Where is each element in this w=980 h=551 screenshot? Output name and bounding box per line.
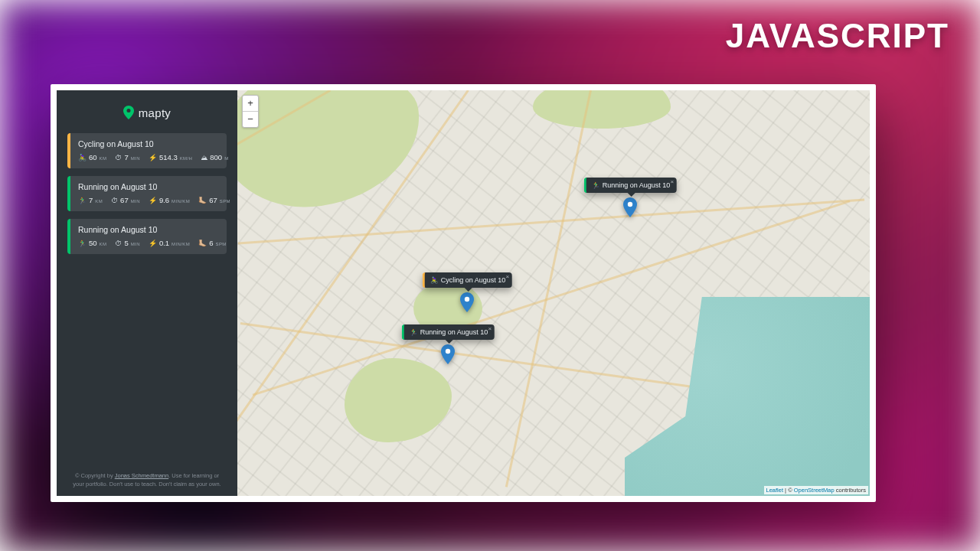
workout-stat: 🏃‍♂️50KM	[78, 239, 106, 247]
stat-value: 9.6	[159, 196, 169, 204]
stat-unit: SPM	[220, 199, 230, 204]
zoom-control: + −	[242, 95, 259, 128]
stat-value: 50	[89, 239, 97, 247]
workout-stats: 🏃‍♂️7KM⏱67MIN⚡️9.6MIN/KM🦶🏼67SPM	[78, 196, 219, 204]
stat-unit: KM	[100, 242, 107, 246]
workout-card[interactable]: Cycling on August 10🚴‍♀️60KM⏱7MIN⚡️514.3…	[67, 133, 227, 168]
map-attribution: Leaflet | © OpenStreetMap contributors	[764, 486, 869, 494]
popup-type-icon: 🏃‍♂️	[592, 181, 600, 189]
workout-stats: 🏃‍♂️50KM⏱5MIN⚡️0.1MIN/KM🦶🏼6SPM	[78, 239, 219, 247]
leaflet-link[interactable]: Leaflet	[766, 487, 784, 494]
workout-stat: ⚡️514.3KM/H	[149, 153, 192, 161]
stat-icon: 🦶🏼	[198, 197, 207, 204]
stat-unit: MIN	[131, 199, 140, 204]
zoom-out-button[interactable]: −	[243, 112, 258, 127]
workout-title: Cycling on August 10	[78, 139, 219, 148]
popup-label: Running on August 10	[420, 328, 488, 336]
workout-stat: 🚴‍♀️60KM	[78, 153, 106, 161]
map-popup[interactable]: ×🏃‍♂️Running on August 10	[402, 324, 495, 340]
stat-unit: KM/H	[180, 156, 193, 161]
stat-icon: ⏱	[111, 197, 118, 204]
stat-icon: ⏱	[115, 155, 122, 161]
footer-author-link[interactable]: Jonas Schmedtmann	[115, 472, 168, 479]
stat-value: 514.3	[159, 153, 178, 161]
map-marker[interactable]	[441, 344, 455, 364]
close-icon[interactable]: ×	[488, 325, 492, 332]
stat-icon: ⏱	[115, 240, 122, 247]
map-marker[interactable]	[623, 197, 637, 217]
stat-unit: KM	[100, 156, 107, 161]
stat-unit: MIN/KM	[172, 242, 190, 246]
attribution-sep: | ©	[783, 487, 794, 494]
svg-point-2	[446, 349, 450, 354]
workout-stat: ⏱67MIN	[111, 196, 140, 204]
copyright-footer: © Copyright by Jonas Schmedtmann. Use fo…	[67, 472, 227, 488]
stat-unit: MIN/KM	[172, 199, 190, 204]
attribution-tail: contributors	[835, 487, 866, 494]
stat-unit: MIN	[131, 242, 140, 246]
stat-value: 7	[124, 153, 128, 161]
map-canvas[interactable]: + − ×🚴‍♀️Cycling on August 10×🏃‍♂️Runnin…	[237, 90, 870, 496]
workout-stat: ⚡️0.1MIN/KM	[149, 239, 190, 247]
logo-icon	[123, 106, 134, 119]
workout-stat: ⛰800M	[201, 153, 228, 161]
workout-stat: ⚡️9.6MIN/KM	[149, 196, 190, 204]
stat-value: 67	[209, 196, 217, 204]
osm-link[interactable]: OpenStreetMap	[794, 487, 835, 494]
stat-unit: SPM	[215, 242, 226, 246]
zoom-in-button[interactable]: +	[243, 96, 258, 112]
stat-icon: 🚴‍♀️	[78, 155, 87, 161]
stat-unit: M	[224, 156, 228, 161]
stat-value: 0.1	[159, 239, 169, 247]
close-icon[interactable]: ×	[671, 178, 675, 185]
footer-prefix: © Copyright by	[75, 472, 115, 479]
workout-stat: ⏱5MIN	[115, 239, 140, 247]
stat-icon: ⚡️	[149, 197, 157, 204]
workout-stat: 🦶🏼6SPM	[198, 239, 227, 247]
app-window: mapty Cycling on August 10🚴‍♀️60KM⏱7MIN⚡…	[51, 84, 876, 502]
svg-point-1	[465, 297, 469, 302]
svg-point-0	[126, 109, 130, 112]
stat-unit: KM	[95, 199, 103, 204]
popup-type-icon: 🏃‍♂️	[410, 328, 418, 336]
workout-card[interactable]: Running on August 10🏃‍♂️50KM⏱5MIN⚡️0.1MI…	[67, 219, 227, 254]
map-marker[interactable]	[460, 292, 474, 312]
stat-value: 7	[89, 196, 93, 204]
close-icon[interactable]: ×	[506, 273, 510, 280]
workout-title: Running on August 10	[78, 225, 219, 234]
workout-title: Running on August 10	[78, 182, 219, 191]
stat-value: 800	[210, 153, 222, 161]
workout-list: Cycling on August 10🚴‍♀️60KM⏱7MIN⚡️514.3…	[67, 133, 227, 254]
popup-label: Cycling on August 10	[441, 276, 506, 284]
workout-stat: 🦶🏼67SPM	[198, 196, 230, 204]
stat-icon: 🏃‍♂️	[78, 197, 87, 204]
workout-stats: 🚴‍♀️60KM⏱7MIN⚡️514.3KM/H⛰800M	[78, 153, 219, 161]
sidebar: mapty Cycling on August 10🚴‍♀️60KM⏱7MIN⚡…	[57, 90, 237, 496]
popup-type-icon: 🚴‍♀️	[430, 276, 439, 284]
popup-label: Running on August 10	[603, 181, 671, 189]
map-popup[interactable]: ×🚴‍♀️Cycling on August 10	[423, 272, 512, 288]
slide-title: JAVASCRIPT	[726, 17, 949, 55]
stat-value: 6	[209, 239, 213, 247]
svg-point-3	[628, 202, 632, 207]
stat-icon: 🦶🏼	[198, 240, 207, 247]
stat-icon: ⚡️	[149, 155, 157, 161]
stat-value: 5	[124, 239, 128, 247]
stat-icon: 🏃‍♂️	[78, 240, 87, 247]
stat-icon: ⛰	[201, 155, 207, 161]
workout-stat: ⏱7MIN	[115, 153, 140, 161]
stat-unit: MIN	[131, 156, 140, 161]
stat-value: 67	[120, 196, 129, 204]
workout-card[interactable]: Running on August 10🏃‍♂️7KM⏱67MIN⚡️9.6MI…	[67, 176, 227, 211]
stat-icon: ⚡️	[149, 240, 157, 247]
stat-value: 60	[89, 153, 97, 161]
map-popup[interactable]: ×🏃‍♂️Running on August 10	[584, 178, 677, 193]
logo-text: mapty	[139, 106, 171, 119]
app-logo: mapty	[67, 106, 227, 119]
workout-stat: 🏃‍♂️7KM	[78, 196, 103, 204]
